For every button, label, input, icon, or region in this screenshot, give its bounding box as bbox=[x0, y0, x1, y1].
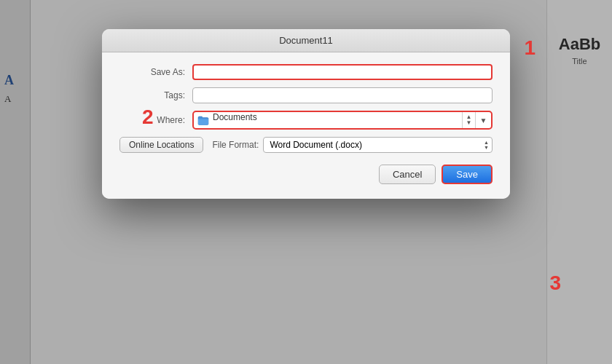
spinner-down-icon: ▼ bbox=[466, 120, 472, 126]
where-value[interactable]: Documents bbox=[210, 112, 462, 128]
dialog-titlebar: Document11 bbox=[102, 29, 510, 52]
save-button[interactable]: Save bbox=[442, 165, 493, 184]
tags-label: Tags: bbox=[119, 90, 192, 100]
online-locations-button[interactable]: Online Locations bbox=[119, 137, 203, 153]
cancel-button[interactable]: Cancel bbox=[379, 165, 436, 184]
save-as-row: Save As: bbox=[119, 64, 493, 80]
where-container: Documents ▲ ▼ ▼ bbox=[192, 111, 493, 130]
tags-row: Tags: bbox=[119, 87, 493, 103]
file-format-row: Online Locations File Format: Word Docum… bbox=[119, 137, 493, 153]
tags-input[interactable] bbox=[192, 87, 493, 103]
file-format-display[interactable]: Word Document (.docx) ▲ ▼ bbox=[263, 137, 493, 153]
file-format-arrow-icon: ▲ ▼ bbox=[484, 140, 489, 150]
save-as-label: Save As: bbox=[119, 67, 192, 77]
where-row: Where: Documents ▲ ▼ ▼ bbox=[119, 111, 493, 130]
dialog-overlay: Document11 Save As: Tags: Where: bbox=[0, 0, 612, 364]
save-dialog: Document11 Save As: Tags: Where: bbox=[102, 29, 510, 199]
file-format-value: Word Document (.docx) bbox=[270, 140, 362, 150]
action-buttons: Cancel Save bbox=[119, 165, 493, 184]
file-format-label: File Format: bbox=[212, 140, 259, 150]
save-as-input[interactable] bbox=[192, 64, 493, 80]
dialog-content: Save As: Tags: Where: Doc bbox=[102, 52, 510, 199]
folder-icon bbox=[194, 112, 210, 128]
where-spinner[interactable]: ▲ ▼ bbox=[462, 112, 475, 128]
where-expand-icon[interactable]: ▼ bbox=[475, 112, 491, 128]
where-label: Where: bbox=[119, 115, 192, 125]
file-format-wrapper: Word Document (.docx) ▲ ▼ bbox=[263, 137, 493, 153]
dialog-title: Document11 bbox=[279, 35, 333, 46]
